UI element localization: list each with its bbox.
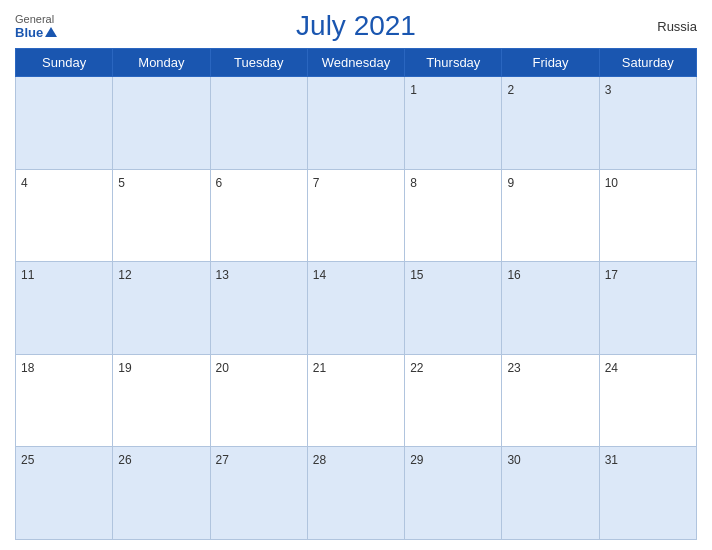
calendar-cell: 27 bbox=[210, 447, 307, 540]
calendar-cell: 17 bbox=[599, 262, 696, 355]
day-number: 5 bbox=[118, 176, 125, 190]
weekday-header-monday: Monday bbox=[113, 49, 210, 77]
calendar-cell bbox=[210, 77, 307, 170]
day-number: 18 bbox=[21, 361, 34, 375]
day-number: 22 bbox=[410, 361, 423, 375]
calendar-week-row: 123 bbox=[16, 77, 697, 170]
logo-general: General bbox=[15, 13, 54, 25]
day-number: 27 bbox=[216, 453, 229, 467]
day-number: 1 bbox=[410, 83, 417, 97]
calendar-cell: 30 bbox=[502, 447, 599, 540]
day-number: 7 bbox=[313, 176, 320, 190]
day-number: 15 bbox=[410, 268, 423, 282]
day-number: 28 bbox=[313, 453, 326, 467]
calendar-cell: 25 bbox=[16, 447, 113, 540]
country-label: Russia bbox=[657, 19, 697, 34]
day-number: 3 bbox=[605, 83, 612, 97]
calendar-cell bbox=[16, 77, 113, 170]
day-number: 31 bbox=[605, 453, 618, 467]
weekday-header-friday: Friday bbox=[502, 49, 599, 77]
calendar-cell: 28 bbox=[307, 447, 404, 540]
calendar-cell: 7 bbox=[307, 169, 404, 262]
day-number: 13 bbox=[216, 268, 229, 282]
calendar-cell: 8 bbox=[405, 169, 502, 262]
calendar-cell: 13 bbox=[210, 262, 307, 355]
calendar-table: SundayMondayTuesdayWednesdayThursdayFrid… bbox=[15, 48, 697, 540]
day-number: 17 bbox=[605, 268, 618, 282]
day-number: 9 bbox=[507, 176, 514, 190]
calendar-week-row: 11121314151617 bbox=[16, 262, 697, 355]
weekday-header-row: SundayMondayTuesdayWednesdayThursdayFrid… bbox=[16, 49, 697, 77]
calendar-cell: 14 bbox=[307, 262, 404, 355]
calendar-cell: 11 bbox=[16, 262, 113, 355]
weekday-header-wednesday: Wednesday bbox=[307, 49, 404, 77]
calendar-cell: 12 bbox=[113, 262, 210, 355]
calendar-cell: 24 bbox=[599, 354, 696, 447]
calendar-cell: 21 bbox=[307, 354, 404, 447]
weekday-header-thursday: Thursday bbox=[405, 49, 502, 77]
calendar-week-row: 45678910 bbox=[16, 169, 697, 262]
calendar-cell: 31 bbox=[599, 447, 696, 540]
day-number: 14 bbox=[313, 268, 326, 282]
logo: General Blue bbox=[15, 13, 57, 40]
logo-blue: Blue bbox=[15, 25, 57, 40]
calendar-week-row: 25262728293031 bbox=[16, 447, 697, 540]
calendar-cell: 6 bbox=[210, 169, 307, 262]
day-number: 21 bbox=[313, 361, 326, 375]
day-number: 19 bbox=[118, 361, 131, 375]
calendar-cell bbox=[307, 77, 404, 170]
day-number: 2 bbox=[507, 83, 514, 97]
calendar-cell: 23 bbox=[502, 354, 599, 447]
calendar-cell: 4 bbox=[16, 169, 113, 262]
day-number: 25 bbox=[21, 453, 34, 467]
day-number: 12 bbox=[118, 268, 131, 282]
calendar-cell: 15 bbox=[405, 262, 502, 355]
calendar-cell: 29 bbox=[405, 447, 502, 540]
calendar-cell: 9 bbox=[502, 169, 599, 262]
day-number: 23 bbox=[507, 361, 520, 375]
day-number: 24 bbox=[605, 361, 618, 375]
calendar-cell: 22 bbox=[405, 354, 502, 447]
day-number: 4 bbox=[21, 176, 28, 190]
day-number: 6 bbox=[216, 176, 223, 190]
weekday-header-saturday: Saturday bbox=[599, 49, 696, 77]
day-number: 8 bbox=[410, 176, 417, 190]
calendar-cell: 2 bbox=[502, 77, 599, 170]
calendar-cell: 3 bbox=[599, 77, 696, 170]
calendar-cell: 16 bbox=[502, 262, 599, 355]
calendar-cell: 20 bbox=[210, 354, 307, 447]
day-number: 20 bbox=[216, 361, 229, 375]
day-number: 11 bbox=[21, 268, 34, 282]
day-number: 30 bbox=[507, 453, 520, 467]
calendar-week-row: 18192021222324 bbox=[16, 354, 697, 447]
calendar-cell: 5 bbox=[113, 169, 210, 262]
day-number: 10 bbox=[605, 176, 618, 190]
weekday-header-sunday: Sunday bbox=[16, 49, 113, 77]
calendar-cell: 10 bbox=[599, 169, 696, 262]
day-number: 26 bbox=[118, 453, 131, 467]
calendar-header: General Blue July 2021 Russia bbox=[15, 10, 697, 42]
day-number: 29 bbox=[410, 453, 423, 467]
weekday-header-tuesday: Tuesday bbox=[210, 49, 307, 77]
day-number: 16 bbox=[507, 268, 520, 282]
calendar-cell: 1 bbox=[405, 77, 502, 170]
logo-triangle-icon bbox=[45, 27, 57, 37]
calendar-title: July 2021 bbox=[296, 10, 416, 42]
calendar-cell: 26 bbox=[113, 447, 210, 540]
calendar-cell: 19 bbox=[113, 354, 210, 447]
calendar-cell bbox=[113, 77, 210, 170]
calendar-cell: 18 bbox=[16, 354, 113, 447]
